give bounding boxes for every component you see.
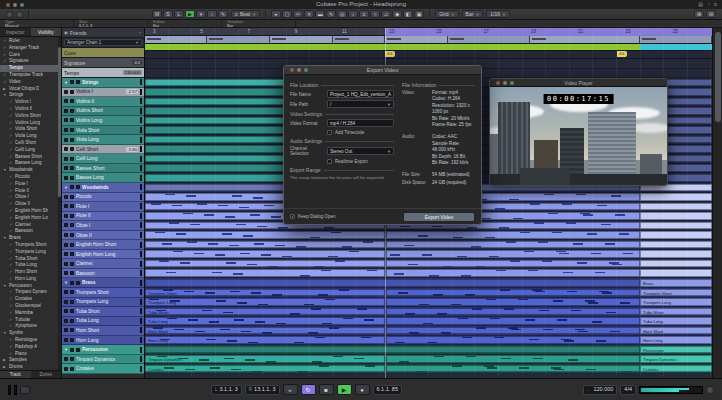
visibility-item[interactable]: ✓Clarinet [0, 222, 61, 229]
arranger-section[interactable] [448, 36, 530, 43]
solo-button[interactable] [70, 195, 74, 199]
arranger-section[interactable] [640, 36, 712, 43]
check-icon[interactable]: ✓ [9, 269, 13, 276]
tab-inspector[interactable]: Inspector [0, 28, 31, 36]
mute-button[interactable] [64, 128, 68, 132]
file-name-input[interactable]: Project_1 HQ_Edit_version_A [327, 90, 394, 98]
tool-button-0[interactable]: ▸ [271, 10, 281, 18]
track-header[interactable]: English Horn Long [62, 250, 144, 260]
solo-button[interactable] [70, 262, 74, 266]
midi-region[interactable]: Tuba Short [640, 308, 712, 316]
track-header[interactable]: Tuba Long [62, 317, 144, 327]
state-button-2[interactable]: L [174, 10, 184, 18]
menubar-icon[interactable]: ≡ [714, 0, 717, 9]
mute-button[interactable] [70, 80, 74, 84]
solo-button[interactable] [70, 138, 74, 142]
solo-button[interactable] [70, 300, 74, 304]
mute-button[interactable] [64, 300, 68, 304]
settings-icon[interactable] [706, 386, 714, 394]
visibility-item[interactable]: ✓Xylophone [0, 323, 61, 330]
solo-button[interactable] [70, 118, 74, 122]
solo-button[interactable] [70, 328, 74, 332]
solo-button[interactable] [70, 338, 74, 342]
solo-button[interactable] [70, 214, 74, 218]
check-icon[interactable]: ✓ [9, 147, 13, 154]
quantize-dropdown[interactable]: 1/16▼ [486, 10, 510, 18]
track-header[interactable]: ▼Brass [62, 278, 144, 288]
info-cell[interactable]: Start6.1.1. 3 [74, 20, 148, 27]
tool-button-9[interactable]: ≈ [370, 10, 380, 18]
solo-button[interactable] [70, 367, 74, 371]
midi-region[interactable] [640, 269, 712, 277]
visibility-item[interactable]: ✓Basses Long [0, 160, 61, 167]
check-icon[interactable]: ✓ [9, 310, 13, 317]
visibility-item[interactable]: ✓Timpani Dynam [0, 289, 61, 296]
grid-value-dropdown[interactable]: Bar▼ [462, 10, 484, 18]
visibility-item[interactable]: ✓Retrologue [0, 337, 61, 344]
mute-button[interactable] [64, 214, 68, 218]
track-header[interactable]: Timpani Dynamics [62, 355, 144, 365]
track-header[interactable]: Oboe I [62, 221, 144, 231]
visibility-item[interactable]: ✓Transpose Track [0, 72, 61, 79]
check-icon[interactable]: ✓ [9, 181, 13, 188]
mute-button[interactable] [64, 243, 68, 247]
menubar-icon[interactable]: ◔ [707, 0, 710, 9]
check-icon[interactable]: ✓ [9, 228, 13, 235]
midi-region[interactable] [640, 250, 712, 258]
track-header[interactable]: Flute II [62, 212, 144, 222]
go-to-start-button[interactable]: « [283, 384, 298, 395]
check-icon[interactable]: ✓ [9, 242, 13, 249]
check-icon[interactable]: ✓ [3, 79, 7, 86]
midi-region[interactable]: Trumpets Short [145, 289, 385, 297]
solo-button[interactable] [70, 128, 74, 132]
tempo-display[interactable]: ♩120.000 [583, 385, 617, 395]
state-button-1[interactable]: S [163, 10, 173, 18]
mute-button[interactable] [64, 262, 68, 266]
signature-value[interactable]: 4/4 [132, 60, 142, 65]
track-header[interactable]: ▼Woodwinds [62, 183, 144, 193]
check-icon[interactable]: ✓ [9, 249, 13, 256]
visibility-item[interactable]: ✓English Horn Lo [0, 215, 61, 222]
mute-button[interactable] [64, 109, 68, 113]
visibility-item[interactable]: ▼Synths [0, 330, 61, 337]
chevron-down-icon[interactable]: ▼ [3, 235, 7, 242]
visibility-item[interactable]: ✓Signature [0, 58, 61, 65]
solo-button[interactable] [70, 176, 74, 180]
time-display[interactable]: 6.1.1. 85 [373, 385, 402, 395]
track-header[interactable]: Viola Long [62, 135, 144, 145]
tool-button-3[interactable]: ✕ [304, 10, 314, 18]
track-header[interactable]: Trumpets Short [62, 288, 144, 298]
midi-region[interactable]: Horn Long [145, 336, 385, 344]
check-icon[interactable]: ✓ [3, 58, 7, 65]
mute-button[interactable] [64, 290, 68, 294]
check-icon[interactable]: ✓ [9, 256, 13, 263]
visibility-item[interactable]: ✓Tuba Short [0, 256, 61, 263]
arranger-chain-select[interactable]: Arranger Chain 1▼ [64, 39, 142, 46]
grid-dropdown[interactable]: Grid▼ [435, 10, 458, 18]
visibility-item[interactable]: ✓Violins II [0, 106, 61, 113]
cycle-button[interactable]: ↻ [301, 384, 316, 395]
mute-button[interactable] [64, 319, 68, 323]
visibility-item[interactable]: ✓Viola Long [0, 133, 61, 140]
solo-button[interactable] [70, 109, 74, 113]
midi-region[interactable] [640, 241, 712, 249]
mute-button[interactable] [64, 271, 68, 275]
mute-button[interactable] [64, 176, 68, 180]
signature-track-header[interactable]: Signature 4/4 [62, 58, 144, 68]
visibility-item[interactable]: ✓Crotales [0, 296, 61, 303]
visibility-item[interactable]: ✓Celli Long [0, 147, 61, 154]
tool-button-4[interactable]: ▬ [315, 10, 325, 18]
mute-button[interactable] [64, 195, 68, 199]
mute-button[interactable] [64, 204, 68, 208]
arranger-section[interactable] [385, 36, 448, 43]
check-icon[interactable]: ✓ [9, 201, 13, 208]
visibility-item[interactable]: ✓Oboe I [0, 194, 61, 201]
solo-button[interactable] [76, 80, 80, 84]
right-locator-display[interactable]: R13.1.1. 3 [245, 385, 280, 395]
visibility-item[interactable]: ▶Vocal Chops D [0, 86, 61, 93]
play-button[interactable]: ▶ [337, 384, 352, 395]
track-header[interactable]: Violins II [62, 97, 144, 107]
tool-button-12[interactable]: ◧ [403, 10, 413, 18]
stop-button[interactable]: ■ [319, 384, 334, 395]
check-icon[interactable]: ✓ [9, 208, 13, 215]
